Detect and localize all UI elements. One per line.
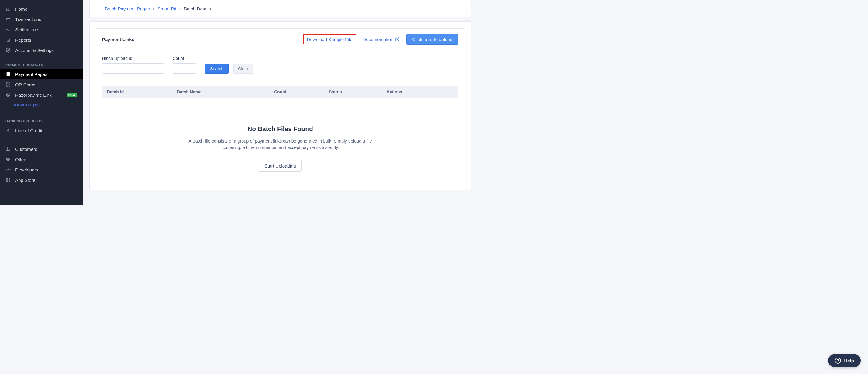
nav-label: Settlements	[15, 27, 39, 32]
section-banking-products: BANKING PRODUCTS	[0, 114, 83, 125]
tag-icon	[5, 156, 11, 162]
back-arrow-icon[interactable]: ←	[96, 6, 101, 11]
code-icon: </>	[5, 167, 11, 172]
th-count: Count	[274, 89, 329, 94]
breadcrumb-batch-payment-pages[interactable]: Batch Payment Pages	[105, 6, 150, 11]
filter-batchid-input[interactable]	[102, 63, 164, 74]
breadcrumb-smart-pit[interactable]: Smart Pit	[157, 6, 176, 11]
svg-rect-7	[6, 85, 8, 86]
empty-title: No Batch Files Found	[107, 125, 453, 133]
nav-home[interactable]: Home	[0, 4, 83, 14]
empty-state: No Batch Files Found A Batch file consis…	[95, 125, 465, 172]
page-icon	[5, 71, 11, 77]
upload-button[interactable]: Click here to upload	[406, 34, 458, 45]
breadcrumb-sep: ›	[179, 6, 181, 11]
filter-count: Count	[173, 56, 196, 74]
nav-label: Line of Credit	[15, 128, 42, 133]
breadcrumb-sep: ›	[153, 6, 154, 11]
card-title: Payment Links	[102, 37, 134, 42]
filter-batchid: Batch Upload Id	[102, 56, 164, 74]
search-button[interactable]: Search	[205, 63, 228, 74]
svg-rect-11	[6, 178, 8, 180]
start-uploading-button[interactable]: Start Uploading	[259, 160, 302, 172]
breadcrumb-current: Batch Details	[184, 6, 211, 11]
svg-rect-14	[8, 180, 10, 182]
svg-point-10	[8, 148, 9, 149]
documentation-label: Documentation	[363, 37, 394, 42]
nav-label: Razorpay.me Link	[15, 92, 52, 97]
svg-rect-5	[6, 83, 8, 84]
nav-payment-pages[interactable]: Payment Pages	[0, 69, 83, 79]
nav-qr-codes[interactable]: QR Codes	[0, 79, 83, 90]
nav-offers[interactable]: Offers	[0, 154, 83, 165]
svg-rect-4	[7, 73, 10, 76]
at-icon	[5, 92, 11, 97]
breadcrumb: ← Batch Payment Pages › Smart Pit › Batc…	[89, 0, 471, 17]
users-icon	[5, 146, 11, 152]
show-all-link[interactable]: SHOW ALL (12)	[0, 100, 83, 112]
external-link-icon	[395, 37, 400, 42]
nav-customers[interactable]: Customers	[0, 144, 83, 154]
svg-point-8	[7, 94, 9, 95]
clear-button[interactable]: Clear	[234, 63, 253, 74]
inner-card: Payment Links Download Sample File Docum…	[95, 28, 465, 184]
content-card: Payment Links Download Sample File Docum…	[89, 21, 471, 190]
nav-label: Customers	[15, 147, 37, 152]
th-actions: Actions	[386, 89, 454, 94]
new-badge: NEW	[67, 93, 77, 97]
swap-icon	[5, 17, 11, 22]
filter-count-input[interactable]	[173, 63, 196, 74]
file-icon	[5, 37, 11, 42]
empty-description: A Batch file consists of a group of paym…	[183, 138, 377, 151]
nav-label: Payment Pages	[15, 72, 48, 77]
nav-transactions[interactable]: Transactions	[0, 14, 83, 24]
nav-label: Offers	[15, 157, 28, 162]
filters: Batch Upload Id Count Search Clear	[95, 51, 465, 76]
home-icon	[5, 6, 11, 11]
qr-icon	[5, 82, 11, 87]
nav-developers[interactable]: </> Developers	[0, 165, 83, 175]
nav-reports[interactable]: Reports	[0, 35, 83, 45]
svg-point-9	[7, 147, 8, 149]
section-payment-products: PAYMENT PRODUCTS	[0, 58, 83, 69]
table-header: Batch Id Batch Name Count Status Actions	[102, 86, 458, 98]
grid-icon	[5, 177, 11, 183]
gear-icon	[5, 48, 11, 53]
th-batch-name: Batch Name	[177, 89, 274, 94]
sidebar: Home Transactions Settlements Reports Ac…	[0, 0, 83, 205]
nav-account-settings[interactable]: Account & Settings	[0, 45, 83, 55]
nav-label: Home	[15, 6, 27, 11]
nav-label: Reports	[15, 37, 31, 42]
nav-settlements[interactable]: Settlements	[0, 24, 83, 35]
nav-razorpay-me[interactable]: Razorpay.me Link NEW	[0, 90, 83, 100]
th-status: Status	[329, 89, 386, 94]
nav-label: Account & Settings	[15, 48, 54, 53]
nav-label: Transactions	[15, 17, 41, 22]
card-header: Payment Links Download Sample File Docum…	[95, 29, 465, 51]
svg-rect-12	[8, 178, 10, 180]
svg-rect-6	[8, 83, 10, 84]
filter-count-label: Count	[173, 56, 196, 61]
filter-batchid-label: Batch Upload Id	[102, 56, 164, 61]
nav-label: Developers	[15, 167, 38, 172]
svg-rect-0	[6, 8, 7, 11]
check-double-icon	[5, 27, 11, 32]
download-sample-link[interactable]: Download Sample File	[303, 34, 356, 45]
svg-rect-2	[9, 7, 10, 11]
svg-rect-1	[8, 8, 9, 11]
svg-rect-13	[6, 180, 8, 182]
svg-point-3	[8, 50, 9, 51]
rupee-icon: ₹	[5, 128, 11, 133]
main-content: ← Batch Payment Pages › Smart Pit › Batc…	[83, 0, 476, 205]
nav-line-of-credit[interactable]: ₹ Line of Credit	[0, 125, 83, 136]
nav-label: App Store	[15, 178, 36, 183]
th-batch-id: Batch Id	[107, 89, 177, 94]
nav-label: QR Codes	[15, 82, 36, 87]
documentation-link[interactable]: Documentation	[363, 37, 400, 42]
nav-app-store[interactable]: App Store	[0, 175, 83, 185]
